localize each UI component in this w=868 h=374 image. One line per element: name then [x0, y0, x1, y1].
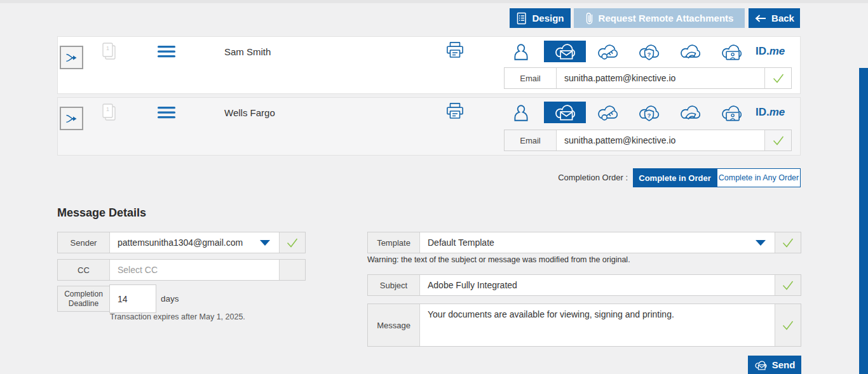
cc-field[interactable] [109, 260, 279, 280]
template-field-group: Template Default Template [367, 232, 801, 253]
template-modified-warning: Warning: the text of the subject or mess… [367, 255, 630, 264]
design-label: Design [532, 13, 564, 23]
send-documents-page: Design Request Remote Attachments Back 1… [0, 0, 868, 374]
completion-deadline-label: Completion Deadline [58, 286, 109, 311]
cloud-id-card-icon [719, 103, 743, 123]
security-question-tile[interactable]: ? [636, 40, 661, 64]
expiry-note: Transaction expires after May 1, 2025. [110, 312, 245, 321]
subject-field[interactable] [419, 275, 775, 295]
email-field-group: Email [504, 130, 792, 151]
subject-field-group: Subject [367, 274, 801, 296]
delivery-email-tile[interactable] [544, 41, 586, 62]
checkmark-icon [285, 237, 299, 248]
send-button[interactable]: Send [748, 356, 801, 374]
delivery-email-tile[interactable] [544, 102, 586, 123]
completion-order-label: Completion Order : [502, 173, 628, 182]
message-details-heading: Message Details [57, 206, 146, 220]
cc-field-group: CC [57, 259, 306, 281]
checkmark-icon [781, 319, 795, 331]
cloud-phone-icon [678, 42, 702, 62]
checkmark-icon [771, 72, 785, 84]
cc-label: CC [58, 260, 109, 280]
cc-valid-cell [279, 260, 305, 280]
cloud-key-icon [595, 103, 620, 123]
access-code-tile[interactable] [595, 101, 620, 125]
top-strip [0, 0, 868, 3]
complete-in-order-button[interactable]: Complete in Order [633, 168, 717, 187]
message-label: Message [368, 304, 419, 346]
subject-valid-cell [775, 275, 801, 295]
cloud-shield-question-icon: ? [637, 42, 661, 62]
merge-arrows-icon [65, 113, 79, 124]
email-field-group: Email [504, 67, 792, 89]
chevron-down-icon[interactable] [756, 240, 766, 246]
design-icon [516, 12, 527, 25]
checkmark-icon [781, 279, 795, 291]
security-question-tile[interactable]: ? [636, 101, 661, 125]
phone-auth-tile[interactable] [677, 40, 703, 64]
person-icon [512, 42, 530, 62]
email-field[interactable] [556, 68, 764, 88]
merge-recipient-button[interactable] [60, 46, 83, 69]
cloud-envelope-icon [553, 102, 577, 123]
deadline-field[interactable] [109, 284, 156, 313]
subject-input[interactable] [428, 275, 767, 295]
template-label: Template [368, 232, 419, 253]
idme-tile[interactable]: ID.me [756, 106, 785, 119]
delivery-in-person-tile[interactable] [508, 101, 534, 125]
reorder-handle-icon[interactable] [157, 105, 176, 121]
email-input[interactable] [564, 68, 757, 88]
sender-select[interactable]: pattemsunitha1304@gmail.com [109, 232, 279, 253]
access-code-tile[interactable] [595, 40, 620, 64]
vertical-scrollbar[interactable] [859, 68, 868, 374]
template-valid-cell [775, 232, 801, 253]
email-input[interactable] [564, 130, 757, 150]
delivery-in-person-tile[interactable] [508, 40, 534, 64]
sender-label: Sender [58, 232, 109, 253]
cc-input[interactable] [118, 260, 271, 280]
request-remote-attachments-label: Request Remote Attachments [599, 13, 734, 23]
cloud-envelope-icon [553, 41, 577, 62]
email-field[interactable] [556, 130, 764, 150]
complete-in-any-order-button[interactable]: Complete in Any Order [717, 168, 801, 187]
printer-icon[interactable] [445, 102, 465, 121]
idme-tile[interactable]: ID.me [756, 45, 785, 58]
deadline-input[interactable] [118, 285, 148, 312]
document-count-icon: 1 [100, 102, 118, 123]
message-field[interactable]: Your documents are available for viewing… [419, 304, 775, 346]
cloud-id-card-icon [719, 42, 743, 62]
email-field-label: Email [505, 68, 556, 88]
chevron-down-icon[interactable] [260, 240, 270, 246]
reorder-handle-icon[interactable] [157, 44, 176, 60]
idme-bold: ID. [756, 106, 770, 118]
deadline-unit-label: days [161, 294, 179, 304]
sender-value: pattemsunitha1304@gmail.com [118, 237, 243, 248]
message-valid-cell [775, 304, 801, 346]
svg-text:?: ? [648, 51, 651, 58]
checkmark-icon [771, 135, 785, 146]
paperclip-icon [585, 11, 593, 25]
send-cloud-envelope-icon [754, 359, 768, 371]
message-textarea[interactable]: Your documents are available for viewing… [428, 309, 767, 341]
checkmark-icon [781, 237, 795, 248]
id-verification-tile[interactable] [719, 40, 744, 64]
phone-auth-tile[interactable] [677, 101, 703, 125]
design-button[interactable]: Design [510, 8, 571, 28]
back-label: Back [771, 13, 794, 23]
merge-recipient-button[interactable] [60, 107, 83, 130]
svg-text:?: ? [648, 112, 651, 119]
svg-text:1: 1 [106, 45, 109, 51]
request-remote-attachments-button[interactable]: Request Remote Attachments [574, 8, 745, 28]
sender-valid-cell [279, 232, 305, 253]
cloud-shield-question-icon: ? [637, 103, 661, 123]
email-valid-cell [764, 68, 791, 88]
idme-italic: me [770, 45, 785, 57]
subject-label: Subject [368, 275, 419, 295]
arrow-left-icon [754, 14, 766, 23]
id-verification-tile[interactable] [719, 101, 744, 125]
cloud-phone-icon [678, 103, 702, 123]
template-select[interactable]: Default Template [419, 232, 775, 253]
printer-icon[interactable] [445, 41, 465, 60]
back-button[interactable]: Back [749, 8, 800, 28]
sender-field-group: Sender pattemsunitha1304@gmail.com [57, 232, 306, 253]
